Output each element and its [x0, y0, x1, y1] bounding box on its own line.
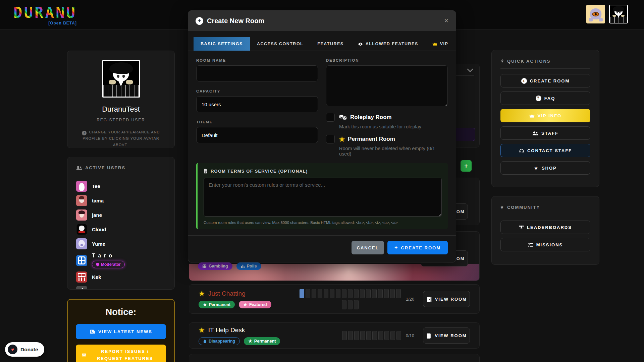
user-avatar-tile — [76, 195, 87, 206]
star-icon: ★ — [243, 302, 247, 307]
plus-circle-icon: + — [521, 78, 527, 84]
vip-info-button[interactable]: VIP INFO — [500, 109, 590, 122]
active-user-row[interactable]: Kek — [76, 272, 166, 283]
capacity-cell — [342, 331, 347, 340]
user-avatar-tile — [76, 224, 87, 235]
capacity-cell — [330, 289, 334, 298]
permanent-badge: ★ Permanent — [199, 301, 235, 308]
tab-allowed-features[interactable]: ALLOWED FEATURES — [351, 37, 425, 51]
faq-button[interactable]: ? FAQ — [500, 92, 590, 105]
permanent-badge: ★ Permanent — [244, 337, 280, 345]
capacity-label: CAPACITY — [196, 89, 318, 93]
tab-access-control[interactable]: ACCESS CONTROL — [250, 37, 310, 51]
modal-title: Create New Room — [207, 17, 264, 25]
community-header: ♥ COMMUNITY — [500, 204, 590, 210]
close-icon[interactable]: × — [444, 17, 448, 24]
tos-panel: ROOM TERMS OF SERVICE (OPTIONAL) Custom … — [196, 163, 448, 229]
capacity-indicator: 1/20 — [299, 289, 414, 309]
tab-basic-settings[interactable]: BASIC SETTINGS — [194, 37, 250, 51]
donate-button[interactable]: ♥ Donate — [5, 342, 44, 357]
user-name: Kek — [92, 274, 101, 280]
moderator-badge: Moderator — [92, 261, 125, 268]
user-name-wrap: Kek — [92, 274, 101, 280]
permanent-row: ★ Permanent Room — [326, 135, 448, 143]
active-user-row[interactable]: Yume — [76, 238, 166, 249]
user-avatar-tile — [76, 286, 87, 290]
create-room-button[interactable]: + CREATE ROOM — [500, 74, 590, 87]
capacity-select[interactable]: 10 users — [196, 96, 318, 112]
envelope-icon: ✉ — [82, 353, 87, 358]
chevron-down-icon[interactable] — [466, 66, 475, 75]
capacity-cell — [366, 331, 371, 340]
user-name: tama — [92, 198, 104, 203]
star-icon: ★ — [199, 326, 205, 334]
report-issues-button[interactable]: ✉ REPORT ISSUES / REQUEST FEATURES — [76, 345, 166, 362]
user-name: Tee — [92, 183, 100, 189]
capacity-cell — [378, 289, 383, 298]
theme-select[interactable]: Default — [196, 127, 318, 143]
active-user-row[interactable]: Tee — [76, 181, 166, 192]
roleplay-checkbox[interactable] — [326, 113, 335, 122]
create-room-submit-button[interactable]: + CREATE ROOM — [387, 241, 448, 254]
user-name: T a r o — [92, 253, 113, 259]
tab-vip[interactable]: VIP — [425, 37, 455, 51]
featured-badge-row: Gambling Polls — [198, 262, 261, 270]
active-users-header: ACTIVE USERS — [76, 165, 166, 170]
view-room-button[interactable]: VIEW ROOM — [423, 327, 470, 344]
active-user-row[interactable]: jane — [76, 209, 166, 221]
lightning-icon — [500, 58, 504, 64]
trophy-icon — [519, 225, 524, 230]
monster-avatar[interactable] — [586, 5, 605, 23]
newspaper-icon — [90, 329, 95, 334]
user-avatar[interactable] — [609, 5, 628, 23]
capacity-cell — [372, 331, 377, 340]
capacity-count: 0/10 — [406, 333, 414, 338]
profile-avatar[interactable] — [102, 60, 140, 98]
user-avatar-art — [610, 5, 627, 23]
permanent-checkbox[interactable] — [326, 135, 335, 143]
view-room-button[interactable]: VIEW ROOM — [423, 291, 470, 307]
view-latest-news-button[interactable]: VIEW LATEST NEWS — [76, 324, 166, 339]
roleplay-label[interactable]: Roleplay Room — [339, 114, 392, 121]
headset-icon — [519, 148, 524, 153]
capacity-cell — [366, 289, 371, 298]
leaderboards-button[interactable]: LEADERBOARDS — [500, 221, 590, 234]
capacity-cell — [306, 289, 310, 298]
user-name-wrap: Cloud — [92, 227, 106, 232]
active-user-row[interactable]: Jay — [76, 286, 166, 290]
capacity-cell — [312, 289, 316, 298]
room-info: ★ Just Chatting ★ Permanent ★ Featured — [199, 290, 299, 308]
profile-role: REGISTERED USER — [67, 118, 174, 122]
description-label: DESCRIPTION — [326, 58, 448, 62]
star-icon: ★ — [203, 302, 207, 307]
users-icon — [532, 131, 538, 135]
user-name-wrap: tama — [92, 198, 104, 203]
room-badge-row: ★ Permanent ★ Featured — [199, 301, 299, 308]
cancel-button[interactable]: CANCEL — [352, 241, 384, 254]
notice-title: Notice: — [76, 307, 166, 317]
room-name-input[interactable] — [196, 65, 318, 81]
site-logo[interactable]: DURANU [Open BETA] — [13, 5, 77, 25]
user-avatar-tile — [76, 238, 87, 249]
tos-textarea[interactable] — [204, 178, 442, 217]
door-icon — [426, 333, 432, 339]
staff-button[interactable]: STAFF — [500, 126, 590, 140]
active-user-row[interactable]: Cloud — [76, 224, 166, 235]
contact-staff-button[interactable]: CONTACT STAFF — [500, 144, 590, 157]
donate-heart-icon: ♥ — [8, 345, 17, 354]
star-icon: ★ — [534, 166, 539, 171]
tab-features[interactable]: FEATURES — [310, 37, 351, 51]
capacity-indicator: 0/10 — [342, 331, 414, 340]
missions-button[interactable]: MISSIONS — [500, 238, 590, 251]
description-textarea[interactable] — [326, 65, 448, 106]
active-user-row[interactable]: T a r o Moderator — [76, 253, 166, 268]
crown-icon — [432, 42, 437, 46]
add-button[interactable]: + — [461, 160, 472, 172]
capacity-cell — [384, 289, 389, 298]
profile-avatar-art — [103, 61, 139, 97]
view-room-label: VIEW ROOM — [435, 297, 467, 302]
shop-button[interactable]: ★ SHOP — [500, 161, 590, 175]
permanent-label[interactable]: ★ Permanent Room — [339, 135, 395, 143]
active-user-row[interactable]: tama — [76, 195, 166, 206]
capacity-cell — [354, 331, 359, 340]
